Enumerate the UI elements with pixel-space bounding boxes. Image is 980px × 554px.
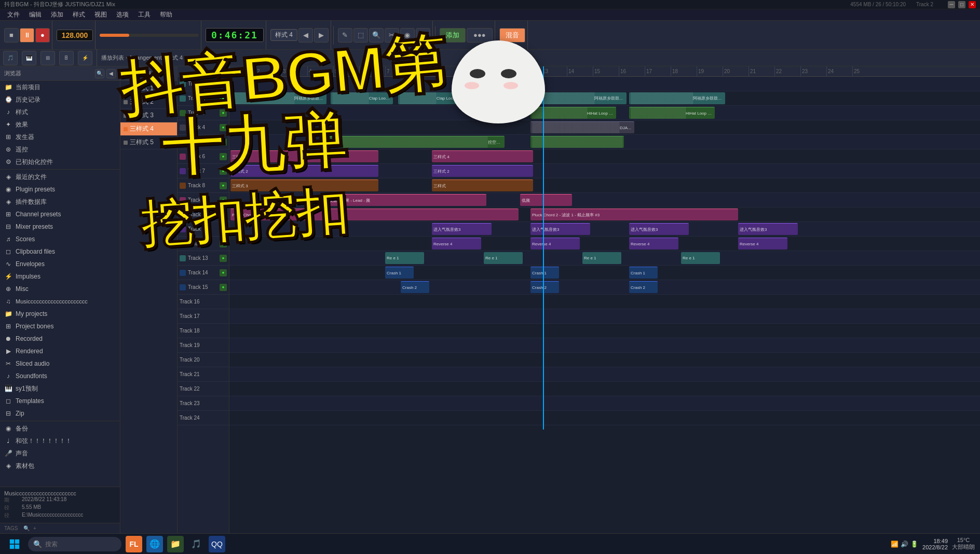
clip-t12-3[interactable]: Reverse 4: [629, 238, 678, 250]
clip-t13-4[interactable]: Re e 1: [681, 252, 720, 264]
pattern-label[interactable]: 样式 4: [270, 29, 297, 41]
tool-select[interactable]: ⬚: [353, 28, 368, 43]
menu-pattern[interactable]: 样式: [69, 10, 89, 20]
track-mute-9[interactable]: ●: [220, 197, 227, 204]
clip-t14-2[interactable]: Crash 1: [530, 267, 559, 279]
clip-t2-5[interactable]: 阿福原乡鼓鼓组 128BPM: [629, 92, 725, 104]
clip-t12-2[interactable]: Reverse 4: [530, 238, 580, 250]
sidebar-item-harmony[interactable]: ♩ 和弦！！！！！！！: [0, 435, 120, 447]
track-row-1[interactable]: [229, 77, 980, 91]
clip-t13-1[interactable]: Re e 1: [385, 252, 424, 264]
clip-t11-1[interactable]: 进入气氛音效3: [432, 223, 492, 235]
pattern-item-5[interactable]: 三样式 5: [120, 136, 177, 149]
taskbar-icon-browser[interactable]: 🌐: [146, 536, 163, 552]
tags-search-btn[interactable]: 🔍: [23, 525, 30, 531]
sidebar-item-recent[interactable]: ◈ 最近的文件: [0, 171, 120, 183]
clip-t8-2[interactable]: 三样式: [432, 179, 533, 191]
tool-pencil[interactable]: ✎: [338, 28, 352, 43]
pattern-prev[interactable]: ◀: [298, 28, 313, 43]
perf-btn[interactable]: ⚡: [78, 51, 92, 65]
sidebar-item-remote[interactable]: ⊛ 遥控: [0, 143, 120, 156]
track-row-15[interactable]: Crash 2 Crash 2 Crash 2: [229, 280, 980, 295]
track-row-18[interactable]: [229, 324, 980, 338]
close-btn[interactable]: ✕: [969, 1, 976, 8]
clip-t2-1[interactable]: 阿福原乡鼓鼓组 128BPM: [230, 92, 326, 104]
track-row-23[interactable]: [229, 396, 980, 411]
track-row-19[interactable]: [229, 338, 980, 353]
track-mute-7[interactable]: ●: [220, 168, 227, 175]
taskbar-search-input[interactable]: [45, 541, 107, 548]
sidebar-item-impulses[interactable]: ⚡ Impulses: [0, 270, 120, 283]
sidebar-item-mixer-presets[interactable]: ⊟ Mixer presets: [0, 220, 120, 233]
menu-add[interactable]: 添加: [47, 10, 67, 20]
track-row-13[interactable]: Re e 1 Re e 1 Re e 1 Re e 1: [229, 251, 980, 266]
clip-t11-2[interactable]: 进入气氛音效3: [530, 223, 590, 235]
track-row-11[interactable]: 进入气氛音效3 进入气氛音效3 进入气氛音效3 进入气氛音效3: [229, 222, 980, 237]
track-mute-15[interactable]: ●: [220, 284, 227, 291]
sidebar-item-generators[interactable]: ⊞ 发生器: [0, 131, 120, 143]
clip-t2-2[interactable]: Clap Loop 128BPM: [331, 92, 393, 104]
clip-t7-1[interactable]: 三样式 2: [230, 165, 378, 177]
track-mute-13[interactable]: ●: [220, 255, 227, 262]
track-mute-8[interactable]: ●: [220, 182, 227, 189]
track-row-7[interactable]: 三样式 2 三样式 2: [229, 164, 980, 178]
sidebar-item-backup[interactable]: ◉ 备份: [0, 422, 120, 435]
clip-t13-2[interactable]: Re e 1: [484, 252, 523, 264]
sidebar-item-music[interactable]: ♫ Musiccccccccccccccccccccc: [0, 295, 120, 308]
sidebar-item-misc[interactable]: ⊕ Misc: [0, 283, 120, 295]
sidebar-item-sy1[interactable]: 🎹 sy1预制: [0, 382, 120, 395]
sidebar-item-history[interactable]: ⌚ 历史记录: [0, 93, 120, 106]
track-row-3[interactable]: HiHat Loop 128BPM 1 HiHat Loop 128BPM 1: [229, 106, 980, 120]
menu-edit[interactable]: 编辑: [25, 10, 46, 20]
record-btn[interactable]: ●: [35, 28, 50, 43]
system-tray[interactable]: 📶 🔊 🔋: [891, 541, 918, 548]
sidebar-item-project-bones[interactable]: ⊞ Project bones: [0, 320, 120, 333]
track-mute-11[interactable]: ●: [220, 226, 227, 233]
menu-view[interactable]: 视图: [90, 10, 111, 20]
sidebar-collapse[interactable]: ◀: [106, 69, 116, 78]
clip-t9-1[interactable]: 低频滤波效果 - Lead - 频: [323, 194, 486, 206]
clip-t15-3[interactable]: Crash 2: [629, 281, 658, 293]
taskbar-icon-qq[interactable]: QQ: [209, 536, 225, 552]
sidebar-item-envelopes[interactable]: ∿ Envelopes: [0, 258, 120, 270]
sidebar-item-effects[interactable]: ✦ 效果: [0, 118, 120, 131]
clip-t11-4[interactable]: 进入气氛音效3: [738, 223, 798, 235]
tags-add-btn[interactable]: +: [33, 525, 36, 531]
taskbar-start-btn[interactable]: [5, 535, 24, 553]
clip-t7-2[interactable]: 三样式 2: [432, 165, 533, 177]
bpm-display[interactable]: 128.000: [57, 30, 93, 41]
clip-t12-4[interactable]: Reverse 4: [738, 238, 787, 250]
track-mute-4[interactable]: ●: [220, 124, 227, 131]
track-row-22[interactable]: [229, 382, 980, 396]
tool-slip[interactable]: ↔: [416, 28, 430, 43]
sidebar-item-current-project[interactable]: 📁 当前项目: [0, 81, 120, 93]
sidebar-item-soundfonts[interactable]: ♪ Soundfonts: [0, 370, 120, 382]
sidebar-item-rendered[interactable]: ▶ Rendered: [0, 345, 120, 357]
track-row-14[interactable]: Crash 1 Crash 1 Crash 1: [229, 266, 980, 280]
clip-t11-3[interactable]: 进入气氛音效3: [629, 223, 689, 235]
track-mute-12[interactable]: ●: [220, 240, 227, 247]
pattern-item-3[interactable]: 三样式 3: [120, 109, 177, 122]
track-row-9[interactable]: 低频滤波效果 - Lead - 频 低频: [229, 193, 980, 207]
sidebar-item-init-controls[interactable]: ⚙ 已初始化控件: [0, 156, 120, 168]
sidebar-item-recorded[interactable]: ⏺ Recorded: [0, 333, 120, 345]
sidebar-item-templates[interactable]: ◻ Templates: [0, 395, 120, 407]
sidebar-item-patterns[interactable]: ♪ 样式: [0, 106, 120, 118]
clip-t13-3[interactable]: Re e 1: [582, 252, 621, 264]
taskbar-icon-explorer[interactable]: 📁: [167, 536, 184, 552]
track-row-12[interactable]: Reverse 4 Reverse 4 Reverse 4 Reverse 4: [229, 237, 980, 251]
clip-t12-1[interactable]: Reverse 4: [432, 238, 481, 250]
track-mute-1[interactable]: ●: [220, 80, 227, 88]
track-row-5[interactable]: 挖空挖空: [229, 135, 980, 149]
stop-btn[interactable]: ■: [4, 28, 19, 43]
clip-t6-1[interactable]: 三样式 1: [230, 150, 378, 162]
pattern-item-2[interactable]: 三样式 2: [120, 95, 177, 109]
piano-btn[interactable]: 🎹: [22, 51, 36, 65]
maximize-btn[interactable]: □: [958, 1, 965, 8]
tool-mute[interactable]: ◉: [400, 28, 415, 43]
track-mute-14[interactable]: ●: [220, 269, 227, 276]
menu-options[interactable]: 选项: [112, 10, 133, 20]
clip-t10-2[interactable]: Pluck Chord 2 - 滤波 1 - 截止频率 #3: [530, 209, 738, 220]
pattern-panel-add[interactable]: +: [171, 71, 174, 77]
track-mute-10[interactable]: ●: [220, 211, 227, 218]
